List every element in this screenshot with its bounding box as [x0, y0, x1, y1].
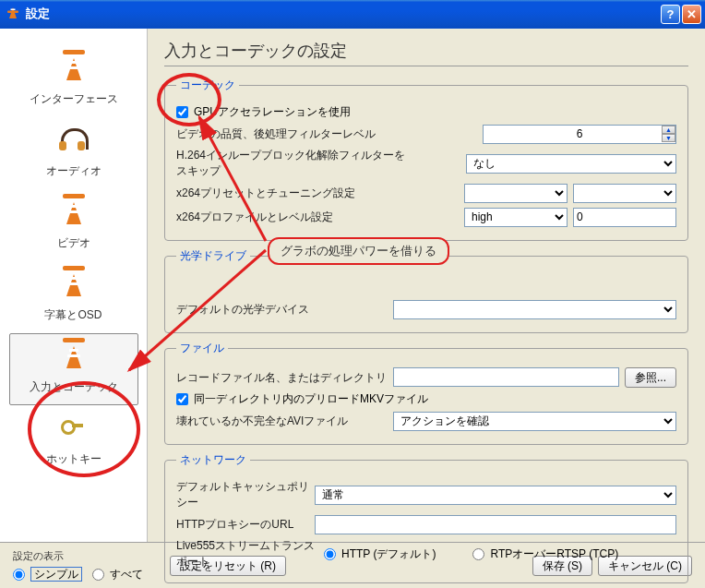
audio-icon: [59, 128, 89, 158]
optical-fieldset: 光学ドライブ デフォルトの光学デバイス: [164, 248, 688, 333]
main-panel: 入力とコーデックの設定 コーデック GPUアクセラレーションを使用 ビデオの品質…: [148, 29, 705, 542]
sidebar-item-audio[interactable]: オーディオ: [9, 117, 138, 189]
network-legend: ネットワーク: [176, 452, 250, 468]
record-path-input[interactable]: [393, 367, 619, 387]
app-icon: [6, 6, 20, 21]
x264-preset-select-b[interactable]: [573, 184, 676, 203]
sidebar-item-label: オーディオ: [46, 163, 102, 179]
help-button[interactable]: ?: [661, 5, 680, 24]
all-radio[interactable]: [92, 569, 104, 581]
x264-level-input[interactable]: [573, 208, 676, 227]
sidebar-item-video[interactable]: ビデオ: [9, 189, 138, 261]
all-radio-label[interactable]: すべて: [92, 568, 143, 581]
optical-legend: 光学ドライブ: [176, 248, 250, 264]
http-radio-label[interactable]: HTTP (デフォルト): [324, 546, 436, 562]
subtitles-icon: [59, 272, 89, 302]
file-legend: ファイル: [176, 341, 228, 356]
x264-profile-label: x264プロファイルとレベル設定: [176, 210, 416, 225]
h264-label: H.264インループブロック化解除フィルターをスキップ: [176, 148, 416, 179]
sidebar-item-label: ホットキー: [46, 451, 102, 467]
rtsp-radio-label[interactable]: RTPオーバーRTSP (TCP): [472, 546, 618, 562]
h264-select[interactable]: なし: [466, 154, 676, 174]
sidebar-item-subtitles[interactable]: 字幕とOSD: [9, 261, 138, 333]
broken-avi-label: 壊れているか不完全なAVIファイル: [176, 414, 393, 429]
browse-button[interactable]: 参照...: [625, 367, 676, 388]
codec-fieldset: コーデック GPUアクセラレーションを使用 ビデオの品質、後処理フィルターレベル…: [164, 78, 688, 241]
preload-mkv-checkbox[interactable]: [176, 393, 188, 405]
cache-select[interactable]: 通常: [315, 486, 676, 505]
sidebar-item-hotkeys[interactable]: ホットキー: [9, 405, 138, 477]
gpu-accel-checkbox[interactable]: [176, 106, 188, 118]
page-title: 入力とコーデックの設定: [164, 40, 688, 66]
network-fieldset: ネットワーク デフォルトキャッシュポリシー 通常 HTTPプロキシーのURL L…: [164, 452, 688, 583]
rtsp-radio[interactable]: [472, 548, 484, 560]
sidebar-item-interface[interactable]: インターフェース: [9, 45, 138, 117]
http-radio[interactable]: [324, 548, 336, 560]
input-icon: [59, 344, 89, 374]
video-icon: [59, 200, 89, 230]
file-fieldset: ファイル レコードファイル名、またはディレクトリ 参照... 同一ディレクトリ内…: [164, 341, 688, 445]
sidebar-item-label: インターフェース: [30, 91, 118, 107]
proxy-label: HTTPプロキシーのURL: [176, 517, 315, 533]
hotkeys-icon: [59, 416, 89, 446]
sidebar: インターフェース オーディオ ビデオ 字幕とOSD 入力とコーデック ホットキー: [0, 29, 148, 542]
optical-device-select[interactable]: [393, 300, 676, 319]
broken-avi-select[interactable]: アクションを確認: [393, 412, 676, 431]
gpu-accel-label: GPUアクセラレーションを使用: [194, 104, 351, 120]
sidebar-item-label: 入力とコーデック: [30, 379, 118, 395]
quality-label: ビデオの品質、後処理フィルターレベル: [176, 126, 416, 142]
record-label: レコードファイル名、またはディレクトリ: [176, 370, 393, 386]
close-button[interactable]: ✕: [682, 5, 701, 24]
spin-down-button[interactable]: ▼: [662, 134, 675, 142]
simple-radio[interactable]: [13, 569, 25, 581]
x264-preset-select-a[interactable]: [464, 184, 568, 203]
optical-device-label: デフォルトの光学デバイス: [176, 302, 393, 318]
x264-profile-select[interactable]: high: [464, 208, 568, 227]
sidebar-item-input-codecs[interactable]: 入力とコーデック: [9, 333, 138, 405]
codec-legend: コーデック: [176, 78, 239, 93]
sidebar-item-label: 字幕とOSD: [44, 307, 102, 323]
cache-label: デフォルトキャッシュポリシー: [176, 479, 315, 510]
sidebar-item-label: ビデオ: [57, 235, 90, 251]
live555-label: Live555ストリームトランスポート: [176, 538, 324, 570]
titlebar: 設定 ? ✕: [0, 0, 705, 28]
spin-up-button[interactable]: ▲: [662, 126, 675, 134]
preload-mkv-label: 同一ディレクトリ内のプリロードMKVファイル: [194, 391, 428, 407]
simple-radio-label[interactable]: シンプル: [13, 568, 82, 581]
interface-icon: [59, 56, 89, 86]
window-title: 設定: [26, 6, 661, 22]
show-settings-label: 設定の表示: [13, 549, 161, 563]
x264-preset-label: x264プリセットとチューニング設定: [176, 186, 416, 201]
quality-input[interactable]: [483, 125, 676, 144]
proxy-input[interactable]: [315, 515, 676, 534]
